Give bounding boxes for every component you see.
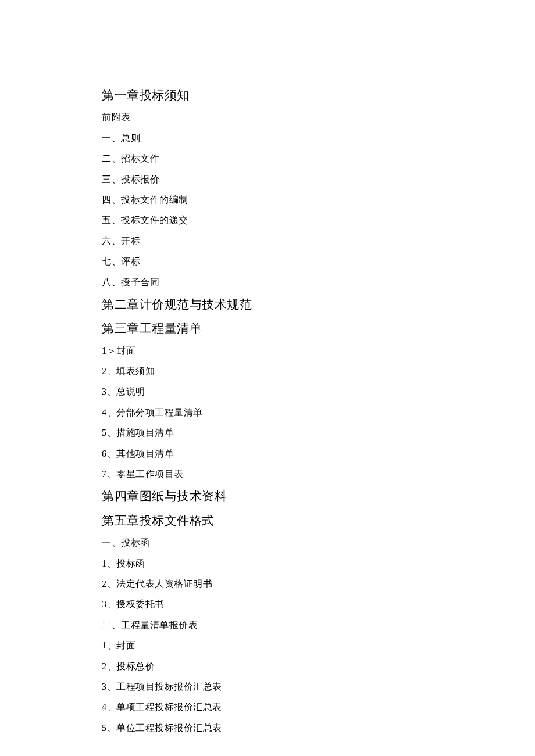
toc-entry: 第一章投标须知 [102, 87, 535, 104]
toc-entry: 2、法定代表人资格证明书 [102, 578, 535, 590]
toc-entry: 第五章投标文件格式 [102, 513, 535, 529]
toc-entry: 一、总则 [102, 132, 535, 145]
toc-entry: 4、单项工程投标报价汇总表 [102, 701, 535, 714]
toc-entry: 二、工程量清单报价表 [102, 619, 535, 632]
toc-entry: 第三章工程量清单 [102, 320, 535, 337]
toc-entry: 第四章图纸与技术资料 [102, 488, 535, 505]
toc-entry: 1、封面 [102, 639, 535, 652]
toc-entry: 6、其他项目清单 [102, 447, 535, 460]
toc-entry: 七、评标 [102, 255, 535, 268]
toc-entry: 5、措施项目清单 [102, 427, 535, 439]
toc-entry: 4、分部分项工程量清单 [102, 406, 535, 419]
toc-entry: 2、填表须知 [102, 365, 535, 378]
toc-entry: 3、授权委托书 [102, 598, 535, 611]
toc-entry: 3、工程项目投标报价汇总表 [102, 680, 535, 693]
toc-entry: 1、投标函 [102, 557, 535, 570]
toc-entry: 一、投标函 [102, 536, 535, 549]
toc-entry: 2、投标总价 [102, 660, 535, 673]
document-content: 第一章投标须知 前附表 一、总则 二、招标文件 三、投标报价 四、投标文件的编制… [102, 87, 535, 734]
toc-entry: 四、投标文件的编制 [102, 194, 535, 206]
toc-entry: 五、投标文件的递交 [102, 214, 535, 227]
toc-entry: 1＞封面 [102, 345, 535, 357]
toc-entry: 八、授予合同 [102, 276, 535, 289]
toc-entry: 5、单位工程投标报价汇总表 [102, 722, 535, 734]
toc-entry: 前附表 [102, 111, 535, 124]
toc-entry: 3、总说明 [102, 385, 535, 398]
toc-entry: 第二章计价规范与技术规范 [102, 296, 535, 313]
toc-entry: 7、零星工作项目表 [102, 468, 535, 481]
toc-entry: 二、招标文件 [102, 152, 535, 165]
toc-entry: 三、投标报价 [102, 173, 535, 186]
toc-entry: 六、开标 [102, 235, 535, 248]
